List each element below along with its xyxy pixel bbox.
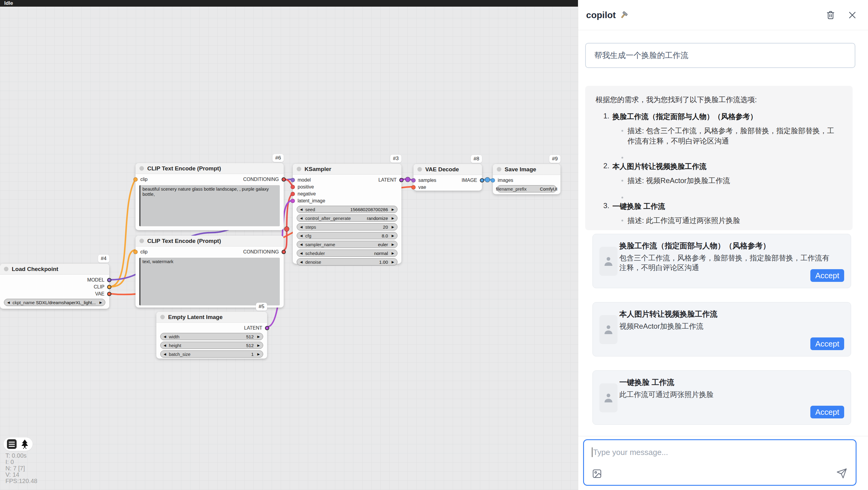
widget-width[interactable]: ◀width512▶ [160,333,263,340]
node-title[interactable]: VAE Decode [413,164,482,175]
arrow-right-icon[interactable]: ▶ [392,251,394,255]
list-icon[interactable] [7,439,17,449]
arrow-right-icon[interactable]: ▶ [392,260,394,264]
output-dot[interactable] [265,326,269,330]
output-port-CLIP[interactable]: CLIP [94,284,109,290]
output-port-VAE[interactable]: VAE [95,291,109,297]
trash-icon[interactable] [826,10,835,20]
arrow-right-icon[interactable]: ▶ [257,352,260,356]
input-port-positive[interactable]: positive [293,184,314,190]
arrow-right-icon[interactable]: ▶ [100,300,102,305]
input-dot[interactable] [291,192,295,196]
collapse-dot[interactable] [297,167,301,171]
widget-seed[interactable]: ◀seed156680208700286▶ [297,206,398,213]
input-dot[interactable] [133,250,137,254]
close-icon[interactable] [847,10,857,20]
output-port-MODEL[interactable]: MODEL [87,277,109,283]
canvas-mini-toolbar[interactable] [4,437,33,451]
input-dot[interactable] [411,185,415,190]
input-port-samples[interactable]: samples [413,178,436,183]
arrow-left-icon[interactable]: ◀ [300,234,302,238]
widget-cfg[interactable]: ◀cfg8.0▶ [297,232,398,239]
node-title[interactable]: CLIP Text Encode (Prompt) [135,163,284,174]
output-dot[interactable] [282,177,286,181]
collapse-dot[interactable] [160,315,165,319]
arrow-left-icon[interactable]: ◀ [163,344,166,347]
output-port-LATENT[interactable]: LATENT [378,177,401,183]
arrow-right-icon[interactable]: ▶ [392,225,394,229]
arrow-left-icon[interactable]: ◀ [300,216,302,220]
collapse-dot[interactable] [417,167,422,172]
arrow-left-icon[interactable]: ◀ [163,352,166,356]
collapse-dot[interactable] [4,267,8,271]
output-dot[interactable] [399,178,404,182]
widget-denoise[interactable]: ◀denoise1.00▶ [297,258,398,265]
reroute-dot[interactable] [284,227,289,231]
input-dot[interactable] [491,178,495,182]
widget-batch_size[interactable]: ◀batch_size1▶ [160,350,263,358]
node-title[interactable]: KSampler [293,164,401,175]
prompt-textarea[interactable]: beautiful scenery nature glass bottle la… [140,185,280,226]
output-dot[interactable] [107,292,112,296]
input-dot[interactable] [291,185,295,189]
node-title[interactable]: Empty Latent Image [156,312,267,323]
output-dot[interactable] [107,278,112,282]
widget-scheduler[interactable]: ◀schedulernormal▶ [297,250,398,257]
input-dot[interactable] [411,178,415,182]
node-#4[interactable]: #4Load CheckpointMODELCLIPVAE◀ckpt_nameS… [0,264,109,309]
accept-button[interactable]: Accept [810,406,844,419]
node-title[interactable]: Save Image [493,164,560,175]
input-port-clip[interactable]: clip [135,177,148,182]
tree-icon[interactable] [20,439,29,449]
arrow-right-icon[interactable]: ▶ [392,234,394,238]
reroute-dot[interactable] [485,177,490,182]
arrow-left-icon[interactable]: ◀ [300,242,302,247]
arrow-left-icon[interactable]: ◀ [300,251,302,255]
input-port-latent_image[interactable]: latent_image [293,198,326,204]
widget-sampler_name[interactable]: ◀sampler_nameeuler▶ [297,241,398,248]
collapse-dot[interactable] [140,239,144,243]
arrow-left-icon[interactable]: ◀ [300,260,302,264]
arrow-left-icon[interactable]: ◀ [300,207,302,211]
image-attach-icon[interactable] [592,468,602,479]
input-port-clip[interactable]: clip [135,249,148,255]
collapse-dot[interactable] [497,167,501,172]
node-title[interactable]: CLIP Text Encode (Prompt) [135,236,284,247]
node-title[interactable]: Load Checkpoint [0,264,109,275]
node-graph-canvas[interactable]: Idle #4Load CheckpointMODELCLIPVAE◀ckpt_… [0,0,578,490]
input-port-negative[interactable]: negative [293,191,316,197]
node-#3[interactable]: #3KSamplermodelLATENTpositivenegativelat… [293,164,401,264]
accept-button[interactable]: Accept [810,269,844,282]
widget-control_after_generate[interactable]: ◀control_after_generaterandomize▶ [297,214,398,222]
widget-steps[interactable]: ◀steps20▶ [297,223,398,231]
output-port-IMAGE[interactable]: IMAGE [462,178,482,183]
input-dot[interactable] [133,177,137,181]
input-dot[interactable] [291,178,295,182]
output-dot[interactable] [282,250,286,254]
arrow-right-icon[interactable]: ▶ [392,242,394,247]
output-port-CONDITIONING[interactable]: CONDITIONING [243,249,284,255]
node-clip-negative[interactable]: CLIP Text Encode (Prompt)clipCONDITIONIN… [135,236,284,308]
widget-ckpt_name[interactable]: ◀ckpt_nameSDXL/dreamshaperXL_light...▶ [4,299,105,306]
input-port-vae[interactable]: vae [413,184,426,190]
widget-height[interactable]: ◀height512▶ [160,342,263,349]
node-#5[interactable]: #5Empty Latent ImageLATENT◀width512▶◀hei… [156,312,267,358]
arrow-right-icon[interactable]: ▶ [392,207,394,211]
chat-scroll-area[interactable]: 帮我生成一个换脸的工作流 根据您的需求，我为您找到了以下换脸工作流选项: 1.换… [578,30,868,436]
arrow-left-icon[interactable]: ◀ [300,225,302,229]
output-dot[interactable] [480,178,484,182]
send-icon[interactable] [836,468,847,479]
reroute-dot[interactable] [405,177,410,182]
arrow-right-icon[interactable]: ▶ [257,335,260,339]
widget-filename_prefix[interactable]: filename_prefixComfyUI [497,185,557,193]
input-port-model[interactable]: model [293,177,311,183]
node-#8[interactable]: #8VAE DecodesamplesIMAGEvae [413,164,482,191]
input-port-images[interactable]: images [493,178,514,183]
arrow-right-icon[interactable]: ▶ [257,344,260,347]
node-#9[interactable]: #9Save Imageimagesfilename_prefixComfyUI [493,164,560,194]
input-dot[interactable] [291,199,295,203]
arrow-right-icon[interactable]: ▶ [392,216,394,220]
arrow-left-icon[interactable]: ◀ [7,300,10,305]
output-dot[interactable] [107,285,112,289]
accept-button[interactable]: Accept [810,338,844,350]
